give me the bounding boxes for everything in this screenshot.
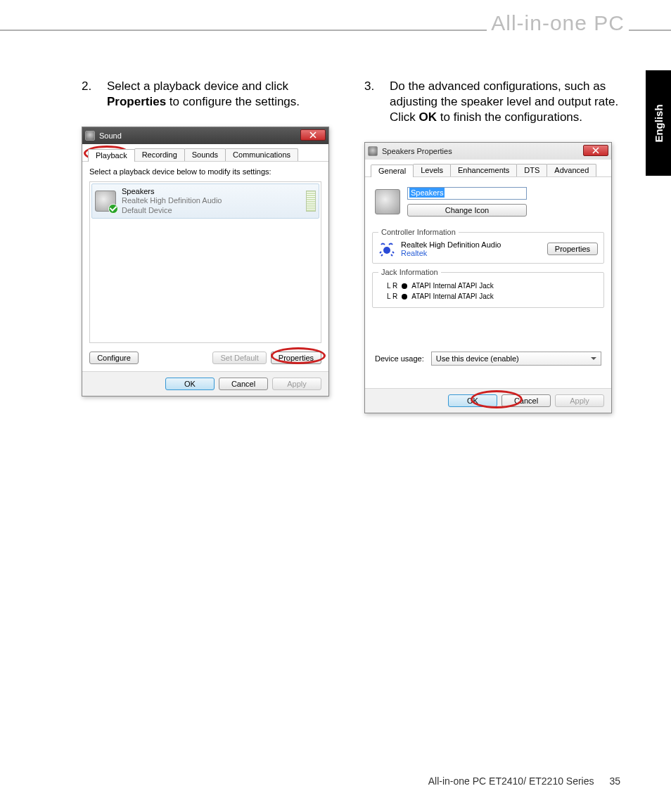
device-driver: Realtek High Definition Audio [122,196,222,205]
tab-sounds[interactable]: Sounds [184,148,226,161]
realtek-crab-icon [378,240,395,257]
jack-row-1: L R ATAPI Internal ATAPI Jack [378,281,598,291]
device-item-speakers[interactable]: Speakers Realtek High Definition Audio D… [91,183,319,219]
close-icon[interactable] [300,129,326,141]
tab-recording[interactable]: Recording [134,148,185,161]
sound-title: Sound [99,131,122,140]
tab-playback[interactable]: Playback [88,149,135,162]
step-3-number: 3. [364,79,390,125]
jack-info-group: Jack Information L R ATAPI Internal ATAP… [372,268,604,308]
properties-button[interactable]: Properties [271,352,321,364]
page-header-title: All-in-one PC [487,11,629,35]
apply-button[interactable]: Apply [272,378,321,390]
device-large-icon [375,189,400,214]
sound-titlebar[interactable]: Sound [82,127,328,144]
set-default-button[interactable]: Set Default [212,352,266,364]
chevron-down-icon [591,357,596,363]
jack-dot-icon [402,283,407,289]
props-titlebar[interactable]: Speakers Properties [365,143,611,160]
configure-button[interactable]: Configure [89,352,139,364]
close-icon[interactable] [583,145,608,156]
device-status: Default Device [122,206,222,215]
speaker-icon [95,191,116,212]
footer-model: All-in-one PC ET2410/ ET2210 Series [428,775,594,787]
device-usage-select[interactable]: Use this device (enable) [431,352,601,366]
props-tabstrip: General Levels Enhancements DTS Advanced [365,160,611,177]
tab-communications[interactable]: Communications [225,148,298,161]
language-tab: English [646,70,671,176]
apply-button[interactable]: Apply [555,394,604,407]
cancel-button[interactable]: Cancel [501,394,551,407]
controller-name: Realtek High Definition Audio [401,240,542,249]
step-3: 3. Do the advanced configurations, such … [364,79,629,125]
tab-dts[interactable]: DTS [516,164,547,176]
device-usage-value: Use this device (enable) [436,354,519,363]
tab-general[interactable]: General [371,165,414,177]
step-3-text: Do the advanced configurations, such as … [390,79,629,125]
ok-button[interactable]: OK [165,378,215,390]
tab-levels[interactable]: Levels [413,164,451,176]
controller-vendor-link[interactable]: Realtek [401,249,542,257]
props-title: Speakers Properties [382,147,452,155]
level-meter [306,191,316,212]
cancel-button[interactable]: Cancel [219,378,268,390]
ok-button[interactable]: OK [448,394,497,407]
sound-instruction: Select a playback device below to modify… [89,167,321,176]
jack-info-legend: Jack Information [378,268,441,276]
props-title-icon [368,146,378,156]
tab-advanced[interactable]: Advanced [547,164,596,176]
language-label: English [653,104,665,142]
tab-enhancements[interactable]: Enhancements [450,164,517,176]
controller-properties-button[interactable]: Properties [547,243,598,255]
page-footer: All-in-one PC ET2410/ ET2210 Series 35 [428,775,620,787]
sound-tabstrip: Playback Recording Sounds Communications [82,144,328,162]
jack-dot-icon [402,294,407,299]
sound-title-icon [85,131,95,141]
step-2-number: 2. [82,79,107,110]
controller-info-group: Controller Information Realtek High Defi… [372,228,604,264]
device-list[interactable]: Speakers Realtek High Definition Audio D… [89,181,321,343]
step-2: 2. Select a playback device and click Pr… [82,79,346,110]
step-2-text: Select a playback device and click Prope… [107,79,346,110]
default-check-icon [108,204,118,214]
device-name-input[interactable]: Speakers [407,187,527,200]
device-name: Speakers [122,187,222,196]
controller-info-legend: Controller Information [378,228,459,236]
jack-row-2: L R ATAPI Internal ATAPI Jack [378,291,598,302]
svg-point-0 [383,247,390,254]
footer-page-number: 35 [609,775,620,787]
device-usage-label: Device usage: [375,354,424,363]
sound-dialog: Sound Playback Recording Sounds Communic… [82,127,329,397]
speakers-properties-dialog: Speakers Properties General Levels Enhan… [364,142,612,413]
change-icon-button[interactable]: Change Icon [407,204,527,217]
page-header-rule: All-in-one PC [0,30,671,51]
